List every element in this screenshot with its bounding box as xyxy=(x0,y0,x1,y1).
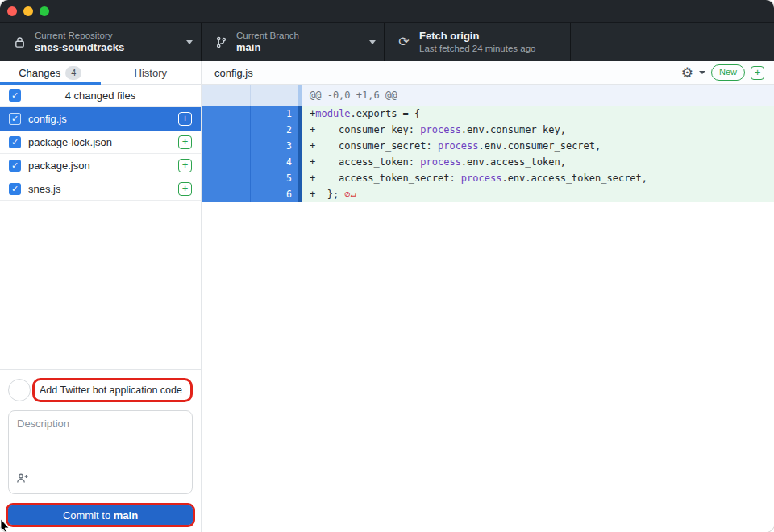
diff-line: 5 + access_token_secret: process.env.acc… xyxy=(202,170,774,186)
diff-line-number: 2 xyxy=(251,122,298,138)
code-segment: .env.consumer_secret, xyxy=(479,140,601,152)
commit-summary-row xyxy=(8,378,193,402)
diff-line-number: 6 xyxy=(251,186,298,202)
code-segment: process xyxy=(461,172,502,184)
diff-old-line-gutter xyxy=(202,154,251,170)
diff-old-line-gutter xyxy=(202,186,251,202)
commit-description-box xyxy=(8,410,193,494)
current-repository-label: Current Repository xyxy=(35,30,181,41)
expand-plus-icon[interactable]: + xyxy=(751,66,764,80)
minimize-window-button[interactable] xyxy=(23,6,33,16)
zoom-window-button[interactable] xyxy=(40,6,49,16)
titlebar xyxy=(0,0,774,23)
file-row[interactable]: ✓ config.js + xyxy=(0,107,201,131)
tab-changes[interactable]: Changes 4 xyxy=(0,61,101,84)
sync-icon: ⟳ xyxy=(396,35,412,48)
hunk-old-line-gutter xyxy=(202,85,251,106)
current-branch-label: Current Branch xyxy=(236,30,364,41)
code-segment: .env.access_token, xyxy=(461,156,566,168)
code-segment: .env.access_token_secret, xyxy=(501,172,647,184)
code-segment: + access_token: xyxy=(310,156,420,168)
sidebar-tabbar: Changes 4 History xyxy=(0,61,201,85)
hunk-new-line-gutter xyxy=(251,85,298,106)
file-plus-square-icon[interactable]: + xyxy=(178,182,192,196)
diff-old-line-gutter xyxy=(202,170,251,186)
file-row[interactable]: ✓ package-lock.json + xyxy=(0,131,201,154)
file-checkbox[interactable]: ✓ xyxy=(9,160,21,172)
diff-line-code: + }; ⊘↵ xyxy=(302,186,774,202)
code-segment: + access_token_secret: xyxy=(310,172,461,184)
chevron-down-icon xyxy=(369,40,376,44)
tab-history[interactable]: History xyxy=(101,61,202,84)
fetch-origin-subtitle: Last fetched 24 minutes ago xyxy=(419,43,562,54)
file-list-empty-area xyxy=(0,201,201,369)
diff-line-code: + access_token_secret: process.env.acces… xyxy=(302,170,774,186)
diff-old-line-gutter xyxy=(202,122,251,138)
diff-hunk-header-row: @@ -0,0 +1,6 @@ xyxy=(202,85,774,106)
main-panel: config.js ⚙ New + @@ -0,0 +1,6 @@ 1 +m xyxy=(202,61,774,532)
commit-button[interactable]: Commit to main xyxy=(8,505,193,525)
git-branch-icon xyxy=(213,36,229,48)
chevron-down-icon xyxy=(186,40,193,44)
diff-line-code: + consumer_key: process.env.consumer_key… xyxy=(302,122,774,138)
commit-summary-input[interactable] xyxy=(35,384,190,396)
current-branch-button[interactable]: Current Branch main xyxy=(202,23,385,61)
file-plus-square-icon[interactable]: + xyxy=(178,159,192,172)
commit-button-annotation-highlight: Commit to main xyxy=(6,503,195,527)
diff-line-code: + access_token: process.env.access_token… xyxy=(302,154,774,170)
changed-files-count: 4 changed files xyxy=(0,89,201,102)
file-row[interactable]: ✓ package.json + xyxy=(0,154,201,177)
toolbar: Current Repository snes-soundtracks Curr… xyxy=(0,23,774,61)
diff-line: 1 +module.exports = { xyxy=(202,106,774,122)
file-name: snes.js xyxy=(28,183,178,195)
add-coauthor-icon[interactable] xyxy=(16,472,29,488)
gear-icon[interactable]: ⚙ xyxy=(681,66,693,80)
diff-line: 2 + consumer_key: process.env.consumer_k… xyxy=(202,122,774,138)
file-plus-square-icon[interactable]: + xyxy=(178,135,192,149)
file-checkbox[interactable]: ✓ xyxy=(9,113,21,125)
tab-changes-label: Changes xyxy=(19,67,60,79)
sidebar: Changes 4 History 4 changed files ✓ ✓ co… xyxy=(0,61,202,532)
diff-line: 3 + consumer_secret: process.env.consume… xyxy=(202,138,774,154)
diff-line: 6 + }; ⊘↵ xyxy=(202,186,774,202)
commit-button-prefix: Commit to xyxy=(63,509,114,522)
fetch-origin-title: Fetch origin xyxy=(419,30,562,43)
gear-dropdown-caret-icon[interactable] xyxy=(699,71,705,74)
diff-old-line-gutter xyxy=(202,106,251,122)
file-plus-square-icon[interactable]: + xyxy=(178,112,192,126)
changes-count-badge: 4 xyxy=(65,66,81,80)
avatar xyxy=(8,379,31,401)
code-segment: .env.consumer_key, xyxy=(461,124,566,135)
summary-annotation-highlight xyxy=(32,378,193,402)
fetch-origin-button[interactable]: ⟳ Fetch origin Last fetched 24 minutes a… xyxy=(385,23,571,61)
content: Changes 4 History 4 changed files ✓ ✓ co… xyxy=(0,61,774,532)
app-window: Current Repository snes-soundtracks Curr… xyxy=(0,0,774,532)
lock-icon xyxy=(11,36,27,48)
hunk-header-text: @@ -0,0 +1,6 @@ xyxy=(302,85,774,106)
diff-view: @@ -0,0 +1,6 @@ 1 +module.exports = { 2 … xyxy=(202,85,774,202)
commit-form: Commit to main xyxy=(0,369,201,532)
current-repository-name: snes-soundtracks xyxy=(35,41,181,54)
file-name: package.json xyxy=(28,160,178,172)
diff-lines: 1 +module.exports = { 2 + consumer_key: … xyxy=(202,106,774,202)
commit-description-input[interactable] xyxy=(9,411,192,471)
diff-line-number: 4 xyxy=(251,154,298,170)
diff-file-name: config.js xyxy=(214,67,681,79)
file-name: package-lock.json xyxy=(28,136,178,148)
diff-line-number: 1 xyxy=(251,106,298,122)
code-segment: ⊘↵ xyxy=(344,189,356,200)
file-row[interactable]: ✓ snes.js + xyxy=(0,177,201,201)
new-badge[interactable]: New xyxy=(711,64,745,80)
diff-empty-area xyxy=(202,202,774,532)
current-branch-name: main xyxy=(236,41,364,54)
code-segment: + consumer_key: xyxy=(310,124,420,135)
diff-file-header: config.js ⚙ New + xyxy=(202,61,774,85)
diff-line-number: 3 xyxy=(251,138,298,154)
file-checkbox[interactable]: ✓ xyxy=(9,136,21,148)
current-repository-button[interactable]: Current Repository snes-soundtracks xyxy=(0,23,202,61)
close-window-button[interactable] xyxy=(7,6,17,16)
code-segment: + }; xyxy=(310,189,344,200)
tab-history-label: History xyxy=(135,67,167,79)
diff-line-code: + consumer_secret: process.env.consumer_… xyxy=(302,138,774,154)
file-checkbox[interactable]: ✓ xyxy=(9,183,21,195)
